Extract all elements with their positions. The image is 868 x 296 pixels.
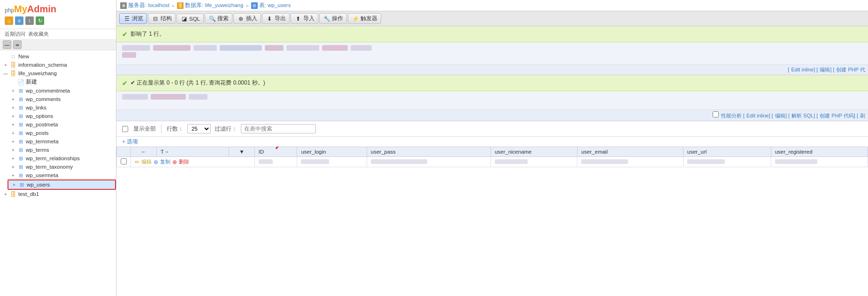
tree-item-wp-usermeta[interactable]: + ⊞ wp_usermeta [8,171,116,179]
operations-label: 操作 [332,15,343,22]
list-icon[interactable]: ≡ [15,16,23,25]
toolbar-export-btn[interactable]: ⬇ 导出 [262,13,290,24]
toolbar-search-btn[interactable]: 🔍 搜索 [205,13,232,24]
info-icon[interactable]: i [25,16,34,25]
table-bc-icon: ⊞ [251,2,258,9]
sidebar-collapse-btn[interactable]: — [3,40,11,49]
copy-action-link[interactable]: 复制 [160,158,170,165]
toolbar-browse-btn[interactable]: ☰ 浏览 [119,13,147,24]
row-pass-value [371,159,427,164]
row-url-cell [683,157,771,167]
th-user-nicename[interactable]: user_nicename [491,147,577,157]
db-breadcrumb[interactable]: 数据库: life_yuweizhang [185,2,243,9]
parse-sql-link[interactable]: 解析 SQL [791,113,814,118]
refresh-icon[interactable]: ↻ [36,16,44,25]
row-login-cell [297,157,367,167]
wp-options-exp: + [10,113,16,119]
wp-posts-exp: + [10,130,16,136]
wp-term-tax-exp: + [10,164,16,170]
show-all-checkbox[interactable] [122,126,128,132]
th-user-email[interactable]: user_email [577,147,684,157]
tree-item-wp-users[interactable]: + ⊞ wp_users [8,179,116,190]
wp-users-exp: + [11,182,17,187]
edit-action-link[interactable]: 编辑 [141,158,152,165]
home-icon[interactable]: ⌂ [5,16,13,25]
th-user-pass[interactable]: user_pass [367,147,491,157]
toolbar-insert-btn[interactable]: ⊕ 插入 [233,13,261,24]
th-user-registered[interactable]: user_registered [771,147,868,157]
recent-visits-link[interactable]: 近期访问 [5,31,25,38]
server-icon: 🖥 [120,2,127,9]
th-sort-main[interactable]: T→ [156,147,229,157]
tree-item-wp-posts[interactable]: + ⊞ wp_posts [8,129,116,137]
tree-item-wp-term-relationships[interactable]: + ⊞ wp_term_relationships [8,154,116,163]
toolbar-structure-btn[interactable]: ⊟ 结构 [148,13,176,24]
edit-inline-link-2[interactable]: Edit inline [746,113,769,118]
toolbar-sql-btn[interactable]: ◪ SQL [177,14,204,24]
th-sort-down[interactable]: ▼ [229,147,255,157]
structure-icon: ⊟ [152,16,159,22]
db-bc-icon: 🗄 [177,2,184,9]
edit-link-2[interactable]: 编辑 [775,113,785,118]
toolbar-operations-btn[interactable]: 🔧 操作 [319,13,347,24]
favorites-link[interactable]: 表收藏夹 [28,31,49,38]
options-row[interactable]: + 选项 [116,137,868,147]
refresh-link[interactable]: 刷 [860,113,865,118]
logo-icons: ⌂ ≡ i ↻ [5,16,111,27]
row-email-value [581,159,628,164]
th-user-login[interactable]: user_login [297,147,367,157]
create-php-link-1[interactable]: 创建 PHP 代 [836,67,865,72]
new-label: New [18,54,29,59]
delete-action-link[interactable]: 删除 [179,158,189,165]
row-checkbox-cell [117,157,131,167]
wp-posts-label: wp_posts [26,130,49,136]
query-blur-row-1 [122,45,862,51]
tree-item-information-schema[interactable]: + 🗄 information_schema [0,61,116,69]
th-id[interactable]: ID [254,147,297,157]
query-actions-2: 性能分析 [Edit inline] [编辑] [解析 SQL] [创建 PHP… [116,110,868,121]
query-area-1 [116,42,868,65]
wp-terms-exp: + [10,147,16,153]
th-sort-left[interactable]: ← [131,147,157,157]
tree-item-wp-commentmeta[interactable]: + ⊞ wp_commentmeta [8,86,116,95]
tree-item-wp-termmeta[interactable]: + ⊞ wp_termmeta [8,137,116,146]
tree-item-test-db1[interactable]: + 🗄 test_db1 [0,190,116,198]
th-checkbox [117,147,131,157]
perf-checkbox[interactable] [713,111,719,117]
structure-label: 结构 [161,15,172,22]
tree-item-life-yuweizhang[interactable]: — 🗄 life_yuweizhang [0,69,116,78]
edit-inline-link-1[interactable]: Edit inline [791,67,814,72]
wp-terms-label: wp_terms [26,147,49,153]
row-action-buttons: ✏ 编辑 ⊕ 复制 ⊗ 删除 [135,158,251,165]
test-db1-icon: 🗄 [9,191,17,197]
wp-posts-icon: ⊞ [17,130,24,136]
tree-item-wp-postmeta[interactable]: + ⊞ wp_postmeta [8,120,116,129]
create-php-link-2[interactable]: 创建 PHP 代码 [820,113,854,118]
row-nicename-cell [491,157,577,167]
tree-item-new[interactable]: □ New [0,52,116,61]
wp-comments-label: wp_comments [26,96,61,102]
tree-item-wp-term-taxonomy[interactable]: + ⊞ wp_term_taxonomy [8,163,116,171]
toolbar-triggers-btn[interactable]: ⚡ 触发器 [348,13,381,24]
th-user-url[interactable]: user_url [683,147,771,157]
row-checkbox[interactable] [121,158,127,164]
toolbar-import-btn[interactable]: ⬆ 导入 [291,13,318,24]
sidebar-pin-btn[interactable]: ∞ [13,40,22,49]
tree-item-wp-links[interactable]: + ⊞ wp_links [8,103,116,112]
rows-select[interactable]: 25 50 100 [187,124,211,133]
filter-input[interactable] [241,124,316,133]
import-icon: ⬆ [294,16,302,22]
tree-item-wp-options[interactable]: + ⊞ wp_options [8,112,116,120]
insert-label: 插入 [246,15,257,22]
wp-comments-icon: ⊞ [17,96,24,102]
life-db-label: life_yuweizhang [18,70,57,76]
info-bar: ✔ ✔ 正在显示第 0 - 0 行 (共 1 行, 查询花费 0.0001 秒。… [116,75,868,91]
breadcrumb-bar: 🖥 服务器: localhost » 🗄 数据库: life_yuweizhan… [116,0,868,11]
main-content: 🖥 服务器: localhost » 🗄 数据库: life_yuweizhan… [116,0,868,296]
tree-item-xingjian[interactable]: 📄 新建 [8,78,116,86]
tree-item-wp-comments[interactable]: + ⊞ wp_comments [8,95,116,103]
edit-link-1[interactable]: 编辑 [820,67,830,72]
tree-item-wp-terms[interactable]: + ⊞ wp_terms [8,146,116,154]
server-breadcrumb[interactable]: 服务器: localhost [128,2,169,9]
search-icon: 🔍 [208,16,216,22]
